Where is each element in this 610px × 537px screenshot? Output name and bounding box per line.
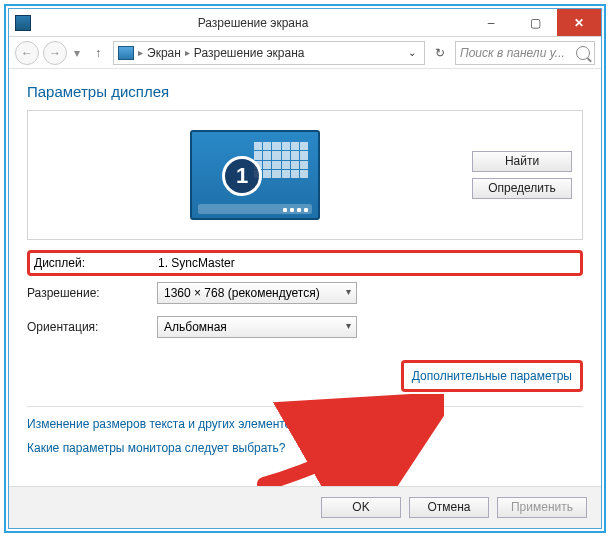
divider [27,406,583,407]
navbar: ← → ▾ ↑ ▸ Экран ▸ Разрешение экрана ⌄ ↻ … [9,37,601,69]
monitor-help-link[interactable]: Какие параметры монитора следует выбрать… [27,441,583,455]
footer: OK Отмена Применить [9,486,601,528]
display-label: Дисплей: [34,256,158,270]
refresh-button[interactable]: ↻ [429,42,451,64]
page-title: Параметры дисплея [27,83,583,100]
search-placeholder: Поиск в панели у... [460,46,576,60]
chevron-right-icon: ▸ [185,47,190,58]
display-preview-panel: 1 Найти Определить [27,110,583,240]
system-icon [15,15,31,31]
resolution-label: Разрешение: [27,286,157,300]
chevron-down-icon[interactable]: ⌄ [408,47,420,58]
annotation-arrow [254,394,444,486]
titlebar: Разрешение экрана – ▢ ✕ [9,9,601,37]
text-size-link[interactable]: Изменение размеров текста и других элеме… [27,417,583,431]
minimize-button[interactable]: – [469,9,513,36]
detect-button[interactable]: Определить [472,178,572,199]
advanced-settings-link[interactable]: Дополнительные параметры [412,369,572,383]
breadcrumb-item[interactable]: Разрешение экрана [194,46,305,60]
breadcrumb-item[interactable]: Экран [147,46,181,60]
forward-button[interactable]: → [43,41,67,65]
settings-form: Дисплей: 1. SyncMaster Разрешение: 1360 … [27,250,583,344]
search-icon [576,46,590,60]
monitor-number: 1 [222,156,262,196]
up-button[interactable]: ↑ [87,42,109,64]
content-area: Параметры дисплея 1 Найти Определить Дис… [9,69,601,486]
orientation-select[interactable]: Альбомная [157,316,357,338]
history-dropdown[interactable]: ▾ [71,46,83,60]
monitor-thumbnail[interactable]: 1 [190,130,320,220]
display-select[interactable]: 1. SyncMaster [158,256,270,270]
find-button[interactable]: Найти [472,151,572,172]
close-button[interactable]: ✕ [557,9,601,36]
highlight-display-row: Дисплей: 1. SyncMaster [27,250,583,276]
cancel-button[interactable]: Отмена [409,497,489,518]
orientation-label: Ориентация: [27,320,157,334]
window-title: Разрешение экрана [37,16,469,30]
monitor-icon [118,46,134,60]
ok-button[interactable]: OK [321,497,401,518]
search-input[interactable]: Поиск в панели у... [455,41,595,65]
back-button[interactable]: ← [15,41,39,65]
highlight-advanced-link: Дополнительные параметры [401,360,583,392]
chevron-right-icon: ▸ [138,47,143,58]
apply-button[interactable]: Применить [497,497,587,518]
maximize-button[interactable]: ▢ [513,9,557,36]
breadcrumb[interactable]: ▸ Экран ▸ Разрешение экрана ⌄ [113,41,425,65]
resolution-select[interactable]: 1360 × 768 (рекомендуется) [157,282,357,304]
